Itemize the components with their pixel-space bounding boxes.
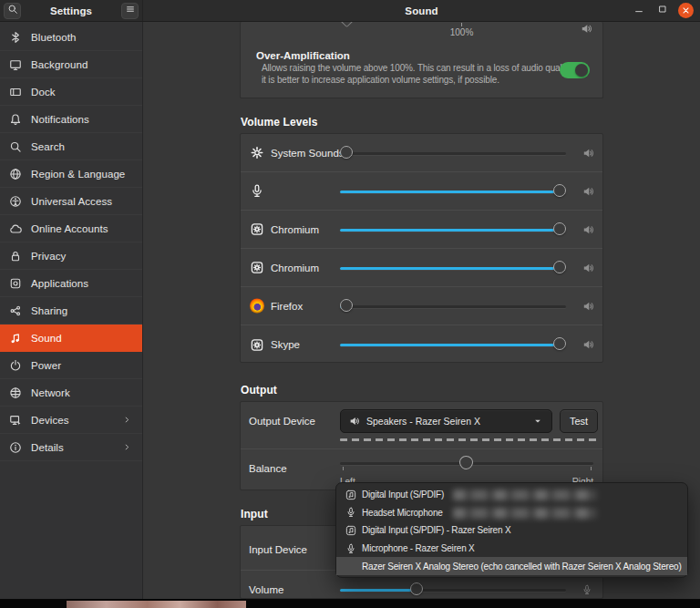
sidebar-item-notifications[interactable]: Notifications xyxy=(0,106,142,133)
sidebar-item-background[interactable]: Background xyxy=(0,51,142,78)
menu-button[interactable] xyxy=(121,3,139,19)
over-amplification-description: it is better to increase application vol… xyxy=(262,75,499,85)
slider-thumb[interactable] xyxy=(553,261,566,273)
maximize-button[interactable] xyxy=(654,3,670,18)
privacy-icon xyxy=(8,249,22,263)
search-button[interactable] xyxy=(4,3,21,19)
slider-thumb[interactable] xyxy=(410,582,423,595)
devices-icon xyxy=(8,413,22,427)
slider-thumb[interactable] xyxy=(553,184,566,197)
volume-100-label: 100% xyxy=(443,27,480,37)
sidebar-item-region-language[interactable]: Region & Language xyxy=(0,160,142,188)
over-amplification-title: Over-Amplification xyxy=(256,50,350,61)
over-amplification-toggle[interactable] xyxy=(560,62,590,78)
microphone-icon xyxy=(582,584,592,595)
sidebar-item-privacy[interactable]: Privacy xyxy=(0,242,142,270)
sidebar-item-label: Devices xyxy=(31,415,69,426)
volume-row-system-sounds: System Sounds xyxy=(241,134,602,172)
slider-thumb[interactable] xyxy=(340,299,353,312)
redacted-text xyxy=(453,508,596,519)
sidebar-item-devices[interactable]: Devices xyxy=(0,407,142,434)
slider-fill xyxy=(340,267,564,270)
page-title: Sound xyxy=(405,5,438,16)
slider-fill xyxy=(340,344,564,346)
menu-item[interactable]: Digital Input (S/PDIF) - Razer Seiren X xyxy=(336,521,687,540)
volume-slider-chromium[interactable] xyxy=(340,261,566,275)
sidebar-item-label: Power xyxy=(31,360,61,371)
sidebar-item-sound[interactable]: Sound xyxy=(0,325,142,352)
sidebar-item-details[interactable]: Details xyxy=(0,434,142,461)
app-title: Settings xyxy=(25,5,118,16)
slider-thumb[interactable] xyxy=(340,146,353,159)
microphone-icon xyxy=(345,542,356,554)
chevron-right-icon xyxy=(122,415,132,425)
sidebar-item-label: Dock xyxy=(31,87,56,98)
slider-thumb[interactable] xyxy=(553,222,566,235)
app-generic-icon xyxy=(249,337,264,353)
search-icon xyxy=(7,4,18,17)
sidebar-item-online-accounts[interactable]: Online Accounts xyxy=(0,215,142,242)
window-controls xyxy=(631,0,694,21)
menu-item[interactable]: Digital Input (S/PDIF) xyxy=(336,486,687,504)
slider-track[interactable] xyxy=(340,305,566,308)
applications-icon xyxy=(8,276,22,290)
digital-input-icon xyxy=(345,489,356,500)
minimize-button[interactable] xyxy=(631,3,646,18)
volume-slider-skype[interactable] xyxy=(340,337,566,352)
chevron-right-icon xyxy=(122,442,132,452)
balance-thumb[interactable] xyxy=(459,456,473,469)
sidebar: BluetoothBackgroundDockNotificationsSear… xyxy=(0,22,143,599)
input-volume-label: Volume xyxy=(249,584,283,595)
output-device-row: Output Device Speakers - Razer Seiren X … xyxy=(241,402,602,449)
volume-levels-heading: Volume Levels xyxy=(241,116,317,129)
hamburger-icon xyxy=(125,4,136,17)
input-device-menu: Digital Input (S/PDIF)Headset Microphone… xyxy=(335,482,688,578)
menu-item-label: Microphone - Razer Seiren X xyxy=(362,543,475,553)
input-device-label: Input Device xyxy=(249,544,307,555)
sidebar-item-power[interactable]: Power xyxy=(0,352,142,379)
sidebar-item-universal-access[interactable]: Universal Access xyxy=(0,188,142,215)
volume-row-microphone xyxy=(241,172,602,211)
output-level-meter xyxy=(340,438,598,441)
speaker-icon xyxy=(582,147,594,159)
slider-track[interactable] xyxy=(340,152,566,155)
volume-slider-firefox[interactable] xyxy=(340,299,566,314)
volume-row-label: Firefox xyxy=(271,301,303,312)
volume-slider-system-sounds[interactable] xyxy=(340,146,566,160)
volume-slider-chromium[interactable] xyxy=(340,222,566,237)
sidebar-item-bluetooth[interactable]: Bluetooth xyxy=(0,24,142,51)
menu-item[interactable]: Headset Microphone xyxy=(336,504,687,522)
speaker-icon xyxy=(582,185,594,197)
sidebar-item-sharing[interactable]: Sharing xyxy=(0,297,142,325)
app-generic-icon xyxy=(249,222,264,237)
volume-slider-microphone[interactable] xyxy=(340,184,566,199)
sidebar-item-label: Notifications xyxy=(31,114,89,125)
speaker-icon xyxy=(582,339,594,351)
universal-access-icon xyxy=(8,194,22,208)
test-button[interactable]: Test xyxy=(560,409,598,433)
sidebar-item-search[interactable]: Search xyxy=(0,133,142,160)
slider-thumb[interactable] xyxy=(553,337,566,350)
sidebar-item-applications[interactable]: Applications xyxy=(0,270,142,297)
output-device-dropdown[interactable]: Speakers - Razer Seiren X xyxy=(340,409,552,433)
power-icon xyxy=(8,358,22,372)
search-icon xyxy=(8,139,22,153)
over-amplification-description: Allows raising the volume above 100%. Th… xyxy=(262,63,573,73)
input-volume-slider[interactable] xyxy=(340,582,566,597)
sidebar-item-label: Region & Language xyxy=(31,169,125,180)
maximize-icon xyxy=(657,4,668,17)
online-accounts-icon xyxy=(8,222,22,235)
sidebar-item-network[interactable]: Network xyxy=(0,379,142,407)
sidebar-headerbar: Settings xyxy=(0,0,143,21)
speaker-icon xyxy=(349,416,360,427)
settings-window: Settings Sound BluetoothBackgroundDockNo… xyxy=(0,0,700,608)
sidebar-item-dock[interactable]: Dock xyxy=(0,78,142,106)
balance-slider[interactable]: Left Right xyxy=(340,455,593,471)
menu-item[interactable]: Microphone - Razer Seiren X xyxy=(336,540,687,558)
redacted-text xyxy=(453,489,596,500)
volume-row-label: System Sounds xyxy=(271,148,345,159)
close-button[interactable] xyxy=(678,3,694,18)
menu-item[interactable]: Razer Seiren X Analog Stereo (echo cance… xyxy=(336,557,687,575)
sidebar-item-label: Online Accounts xyxy=(31,223,108,234)
output-volume-slider-thumb[interactable] xyxy=(340,22,355,27)
